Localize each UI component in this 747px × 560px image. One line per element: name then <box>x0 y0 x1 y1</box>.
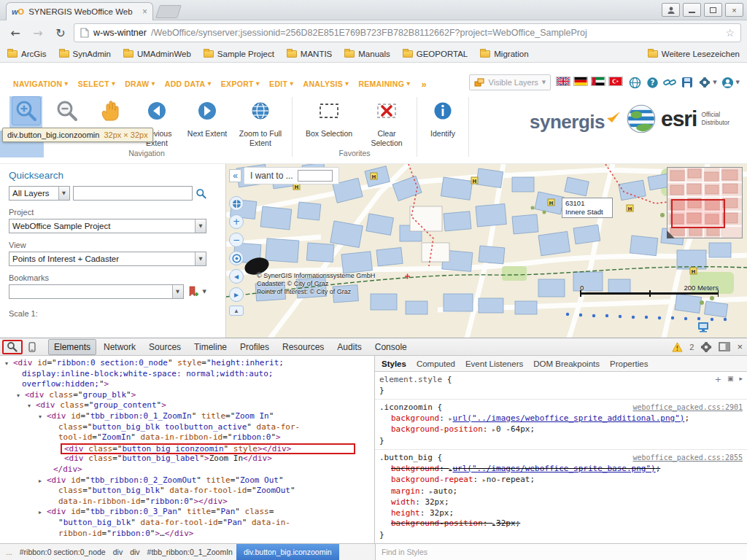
warning-icon[interactable]: ! <box>672 342 683 352</box>
dom-tree-line[interactable]: <div class="button_big iconzoomin" style… <box>0 443 374 454</box>
zoom-full-extent-button[interactable]: Zoom to Full Extent <box>233 95 287 147</box>
dom-tree-line[interactable]: ▾<div class="group_content"> <box>0 400 374 411</box>
ribbon-tab-draw[interactable]: DRAW▼ <box>125 79 155 88</box>
layers-filter-dropdown[interactable]: All Layers▼ <box>9 186 70 201</box>
help-icon[interactable]: ? <box>646 76 659 89</box>
css-property[interactable]: background-repeat: ▸no-repeat; <box>379 475 743 486</box>
css-property[interactable]: margin: ▸auto; <box>379 486 743 498</box>
dom-tree-line[interactable]: data-in-ribbon-id="ribbon:0"></div> <box>0 497 374 508</box>
box-selection-button[interactable]: Box Selection <box>297 95 361 139</box>
map-tools-collapse-button[interactable]: ▲ <box>229 306 244 316</box>
css-file-link[interactable]: weboffice_packed.css:2901 <box>632 402 743 413</box>
dom-tree-line[interactable]: ▸<div id="tbb_ribbon:0_2_ZoomOut" title=… <box>0 475 374 486</box>
css-property[interactable]: background: ▸url("../images/weboffice_sp… <box>379 464 743 475</box>
bookmark-mantis[interactable]: MANTIS <box>287 50 332 58</box>
flag-german-icon[interactable] <box>573 76 588 89</box>
project-dropdown[interactable]: WebOffice Sample Project▼ <box>9 219 206 233</box>
devtools-tab-timeline[interactable]: Timeline <box>188 339 233 355</box>
element-state-button[interactable]: ▣ <box>727 375 734 384</box>
ribbon-tab-export[interactable]: EXPORT▼ <box>221 79 260 88</box>
devtools-tab-network[interactable]: Network <box>98 339 142 355</box>
map-fullscreen-button[interactable] <box>697 321 709 336</box>
collapse-arrow-icon[interactable]: ▾ <box>28 401 31 412</box>
bookmark-arcgis[interactable]: ArcGis <box>7 50 47 58</box>
dom-tree-line[interactable]: ▾<div class="group_blk"> <box>0 390 374 401</box>
flag-english-icon[interactable] <box>556 76 570 89</box>
devtools-tab-resources[interactable]: Resources <box>276 339 330 355</box>
expand-shorthand-icon[interactable]: ▸ <box>449 466 452 472</box>
link-icon[interactable] <box>663 76 676 89</box>
pan-globe-tool-button[interactable] <box>229 196 244 211</box>
styles-tab-properties[interactable]: Properties <box>610 359 648 368</box>
refresh-button[interactable]: ↻ <box>51 23 70 42</box>
maximize-button[interactable] <box>704 3 722 17</box>
close-window-button[interactable]: × <box>725 3 743 17</box>
dom-breadcrumb[interactable]: div <box>126 544 143 560</box>
new-tab-button[interactable] <box>155 5 182 18</box>
devtools-tab-console[interactable]: Console <box>369 339 413 355</box>
expand-shorthand-icon[interactable]: ▸ <box>430 489 433 495</box>
devtools-tab-audits[interactable]: Audits <box>331 339 367 355</box>
dock-side-icon[interactable] <box>719 342 730 351</box>
tab-close-icon[interactable]: × <box>142 7 147 17</box>
profile-button[interactable] <box>662 3 680 17</box>
bookmarks-dropdown[interactable]: ▼ <box>9 284 184 299</box>
expand-styles-button[interactable]: ▸ <box>739 375 743 384</box>
dom-tree-line[interactable]: ▾<div id="ribbon:0 section:0_node" style… <box>0 358 374 369</box>
ribbon-tab-navigation[interactable]: NAVIGATION▼ <box>13 79 69 88</box>
minimize-button[interactable] <box>683 3 701 17</box>
identify-button[interactable]: Identify <box>422 95 464 139</box>
next-extent-tool-button[interactable]: ▸ <box>229 287 244 302</box>
styles-tab-event-listeners[interactable]: Event Listeners <box>465 359 523 368</box>
zoom-in-tool-button[interactable]: + <box>229 214 244 229</box>
expand-shorthand-icon[interactable]: ▸ <box>483 477 486 483</box>
css-resource-link[interactable]: url("../images/weboffice_sprite_base.png… <box>453 464 656 473</box>
visible-layers-dropdown[interactable]: Visible Layers ▼ <box>469 74 551 90</box>
css-resource-link[interactable]: url("../images/weboffice_sprite_addition… <box>453 413 685 423</box>
ribbon-tab-remaining[interactable]: REMAINING▼ <box>358 79 410 88</box>
view-dropdown[interactable]: Points of Interest + Cadaster▼ <box>9 252 206 266</box>
dom-tree-line[interactable]: ▸<div id="tbb_ribbon:0_3_Pan" title="Pan… <box>0 507 374 518</box>
dom-tree-line[interactable]: class="button_big_blk toolbutton_active"… <box>0 422 374 433</box>
zoom-out-tool-button[interactable]: − <box>229 233 244 247</box>
i-want-to-input[interactable] <box>298 170 333 182</box>
clear-selection-button[interactable]: Clear Selection <box>361 95 412 147</box>
address-bar[interactable]: w-ws-wintner/WebOffice/synserver;jsessio… <box>74 23 741 42</box>
device-mode-button[interactable] <box>25 341 39 354</box>
dom-tree-line[interactable]: ribbon-id="ribbon:0">…</div> <box>0 529 374 540</box>
bookmark-sample-project[interactable]: Sample Project <box>204 50 274 58</box>
full-extent-tool-button[interactable] <box>229 251 244 265</box>
save-icon[interactable] <box>681 76 694 89</box>
bookmark-synadmin[interactable]: SynAdmin <box>59 50 111 58</box>
close-devtools-icon[interactable]: × <box>737 341 743 352</box>
dom-tree-line[interactable]: <div class="button_big_label">Zoom In</d… <box>0 454 374 464</box>
dom-tree-line[interactable]: ▾<div id="tbb_ribbon:0_1_ZoomIn" title="… <box>0 411 374 422</box>
css-property[interactable]: background-position: ▸32px; <box>379 518 743 530</box>
settings-gear-icon[interactable] <box>698 76 711 89</box>
collapse-arrow-icon[interactable]: ▾ <box>5 359 8 370</box>
expand-shorthand-icon[interactable]: ▸ <box>492 427 495 433</box>
devtools-tab-sources[interactable]: Sources <box>143 339 187 355</box>
styles-tab-dom-breakpoints[interactable]: DOM Breakpoints <box>533 359 600 368</box>
overview-minimap[interactable] <box>667 167 743 238</box>
settings-gear-icon[interactable] <box>700 341 712 353</box>
css-property[interactable]: background-position: ▸0 -64px; <box>379 424 743 436</box>
expand-arrow-icon[interactable]: ▸ <box>39 476 42 487</box>
bookmark-migration[interactable]: Migration <box>480 50 528 58</box>
other-bookmarks-button[interactable]: Weitere Lesezeichen <box>648 50 740 58</box>
css-property[interactable]: height: 32px; <box>379 508 743 519</box>
bookmark-geoportal[interactable]: GEOPORTAL <box>403 50 468 58</box>
find-in-styles-input[interactable]: Find in Styles <box>375 544 747 560</box>
dom-tree-line[interactable]: "button_big_blk" data-for-tool-id="Pan" … <box>0 518 374 529</box>
inspect-element-button[interactable] <box>4 341 19 354</box>
flag-arabic-icon[interactable] <box>591 76 605 89</box>
css-file-link[interactable]: weboffice_packed.css:2855 <box>632 453 743 464</box>
sidebar-collapse-button[interactable]: « <box>229 169 241 182</box>
add-bookmark-icon[interactable] <box>187 286 199 298</box>
quicksearch-input[interactable] <box>73 186 193 201</box>
minimap-resize-handle[interactable] <box>667 230 675 238</box>
collapse-arrow-icon[interactable]: ▾ <box>17 391 20 402</box>
css-property[interactable]: width: 32px; <box>379 497 743 508</box>
styles-tab-styles[interactable]: Styles <box>382 359 406 368</box>
dom-breadcrumb[interactable]: ... <box>0 544 16 560</box>
